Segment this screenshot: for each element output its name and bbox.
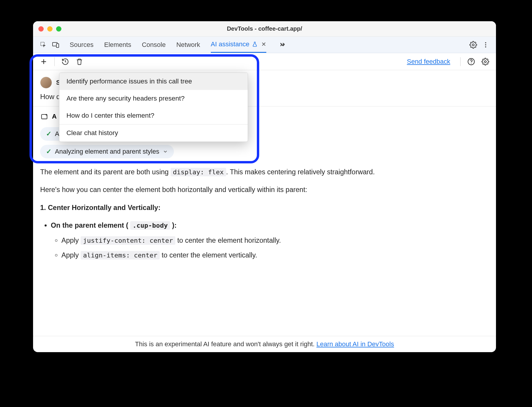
panel-toolbar: Send feedback (33, 53, 496, 70)
toolbar-divider (54, 57, 55, 66)
step-pill-2[interactable]: ✓ Analyzing element and parent styles (40, 145, 174, 158)
history-icon[interactable] (59, 56, 71, 68)
disclaimer-footer: This is an experimental AI feature and w… (33, 336, 496, 352)
learn-more-link[interactable]: Learn about AI in DevTools (316, 340, 394, 348)
panel-tabs: Sources Elements Console Network AI assi… (70, 37, 288, 53)
chevron-down-icon (163, 149, 168, 154)
main-tabbar: Sources Elements Console Network AI assi… (33, 37, 496, 53)
svg-rect-2 (56, 44, 59, 47)
titlebar: DevTools - coffee-cart.app/ (33, 21, 496, 37)
tab-network[interactable]: Network (176, 37, 200, 53)
window-title: DevTools - coffee-cart.app/ (33, 25, 496, 32)
svg-point-6 (485, 46, 486, 47)
traffic-lights (38, 26, 61, 32)
dropdown-item[interactable]: Are there any security headers present? (59, 90, 248, 107)
tab-console[interactable]: Console (142, 37, 166, 53)
list-item: Apply justify-content: center to center … (61, 235, 489, 246)
ai-sparkle-icon (40, 112, 48, 121)
toolbar-divider-2 (460, 57, 461, 66)
delete-icon[interactable] (74, 56, 85, 68)
list-item: On the parent element ( .cup-body ): App… (51, 220, 489, 260)
close-window-button[interactable] (38, 26, 44, 32)
settings-gear-icon[interactable] (468, 39, 479, 50)
panel-settings-icon[interactable] (479, 56, 491, 68)
new-chat-icon[interactable] (38, 56, 50, 68)
check-icon: ✓ (46, 148, 51, 155)
more-tabs-icon[interactable] (277, 39, 288, 50)
tab-ai-label: AI assistance (211, 40, 249, 48)
svg-point-4 (485, 42, 486, 43)
step-label: Analyzing element and parent styles (55, 148, 159, 155)
dropdown-clear[interactable]: Clear chat history (59, 124, 248, 142)
svg-point-5 (485, 44, 486, 45)
response-p2: Here's how you can center the element bo… (40, 184, 489, 195)
tab-sources[interactable]: Sources (70, 37, 94, 53)
response-heading: 1. Center Horizontally and Vertically: (40, 202, 489, 213)
inspect-element-icon[interactable] (38, 39, 49, 50)
history-dropdown: Identify performance issues in this call… (59, 73, 248, 142)
svg-point-3 (472, 44, 474, 46)
response-p1: The element and its parent are both usin… (40, 167, 489, 177)
tab-ai-assistance[interactable]: AI assistance ✕ (211, 37, 266, 53)
code-inline: align-items: center (81, 251, 160, 260)
tab-elements[interactable]: Elements (104, 37, 131, 53)
disclaimer-text: This is an experimental AI feature and w… (135, 340, 316, 348)
minimize-window-button[interactable] (47, 26, 53, 32)
svg-point-9 (484, 60, 487, 63)
flask-icon (252, 41, 258, 47)
check-icon: ✓ (46, 130, 51, 138)
devtools-window: DevTools - coffee-cart.app/ Sources Elem… (33, 21, 496, 352)
dropdown-item[interactable]: How do I center this element? (59, 107, 248, 124)
dropdown-item[interactable]: Identify performance issues in this call… (59, 73, 248, 90)
code-inline: justify-content: center (81, 236, 175, 245)
code-inline: display: flex (171, 168, 226, 176)
svg-point-8 (471, 63, 471, 63)
close-tab-icon[interactable]: ✕ (261, 41, 266, 48)
help-icon[interactable] (465, 56, 477, 68)
maximize-window-button[interactable] (56, 26, 61, 32)
list-item: Apply align-items: center to center the … (61, 250, 489, 260)
ai-label: A (52, 113, 57, 120)
ai-response: The element and its parent are both usin… (33, 158, 496, 261)
send-feedback-link[interactable]: Send feedback (407, 58, 450, 65)
kebab-menu-icon[interactable] (480, 39, 491, 50)
avatar (40, 77, 52, 88)
device-toolbar-icon[interactable] (50, 39, 61, 50)
code-inline: .cup-body (130, 221, 170, 230)
